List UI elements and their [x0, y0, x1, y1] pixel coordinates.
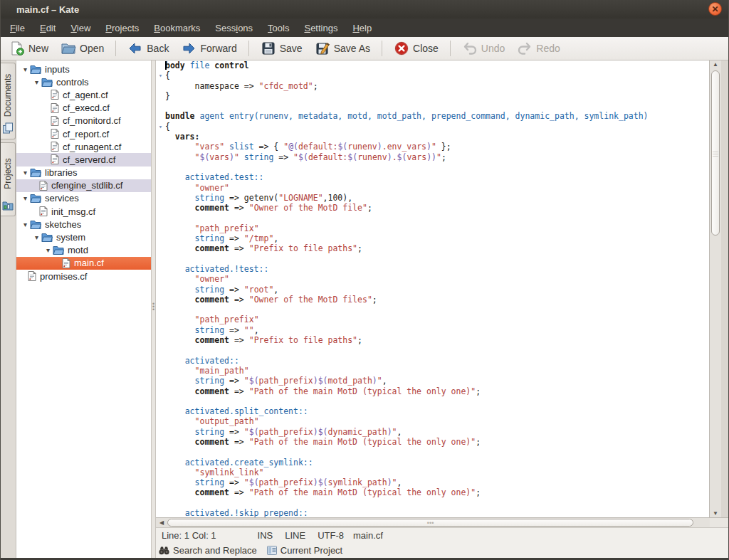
horizontal-scroll-thumb[interactable]: •••	[167, 519, 693, 527]
tree-item-main-cf[interactable]: main.cf	[16, 257, 151, 270]
tree-item-label: libraries	[45, 167, 78, 178]
expander-arrow-icon[interactable]: ▾	[32, 233, 41, 241]
gutter-cell	[156, 132, 165, 142]
scroll-down-arrow-icon[interactable]: ▼	[710, 510, 721, 517]
close-button[interactable]: Close	[391, 39, 441, 58]
tree-item-cf_report-cf[interactable]: cf_report.cf	[16, 127, 151, 140]
open-button[interactable]: Open	[58, 39, 107, 58]
expander-arrow-icon[interactable]: ▾	[21, 169, 30, 176]
file-icon	[51, 129, 59, 139]
scroll-grip-icon: ———	[713, 150, 718, 157]
panel-splitter[interactable]: •••	[151, 60, 156, 558]
tree-item-promises-cf[interactable]: promises.cf	[16, 270, 151, 282]
tree-item-cf_execd-cf[interactable]: cf_execd.cf	[16, 102, 151, 115]
file-icon	[39, 181, 48, 191]
gutter-cell	[156, 183, 165, 193]
gutter-cell	[156, 508, 165, 517]
file-icon	[51, 90, 59, 100]
code-line: activated.split_content::	[165, 406, 308, 416]
back-button[interactable]: Back	[125, 39, 172, 58]
current-project-button[interactable]: Current Project	[267, 545, 342, 556]
tree-item-services[interactable]: ▾services	[16, 192, 151, 205]
file-icon	[51, 142, 59, 152]
gutter-cell	[156, 193, 165, 203]
menu-help[interactable]: Help	[352, 23, 372, 33]
window-title: main.cf – Kate	[1, 4, 79, 15]
expander-arrow-icon[interactable]: ▾	[21, 65, 30, 73]
forward-button[interactable]: Forward	[178, 39, 239, 58]
tree-item-cfengine_stdlib-cf[interactable]: cfengine_stdlib.cf	[16, 179, 151, 192]
gutter-cell	[156, 416, 165, 426]
expander-arrow-icon[interactable]: ▾	[21, 194, 30, 202]
menu-bookmarks[interactable]: Bookmarks	[154, 23, 200, 33]
tree-item-controls[interactable]: ▾controls	[16, 75, 151, 88]
tree-item-libraries[interactable]: ▾libraries	[16, 167, 151, 179]
eol-mode-status[interactable]: LINE	[285, 530, 305, 541]
sidebar-tab-projects[interactable]: Projects	[1, 142, 16, 216]
tree-item-cf_monitord-cf[interactable]: cf_monitord.cf	[16, 115, 151, 127]
sidebar-tabstrip: DocumentsProjects	[1, 60, 16, 558]
toolbar-button-label: Forward	[200, 43, 236, 54]
tree-item-label: sketches	[45, 219, 81, 230]
tree-item-system[interactable]: ▾system	[16, 231, 151, 243]
title-bar: main.cf – Kate ✕	[1, 0, 728, 19]
scroll-left-arrow-icon[interactable]: ◀	[156, 518, 167, 527]
text-cursor	[165, 61, 167, 70]
save-as-button[interactable]: Save As	[312, 39, 373, 58]
new-button[interactable]: New	[6, 39, 51, 58]
sidebar-tab-documents[interactable]: Documents	[1, 63, 16, 139]
scroll-up-arrow-icon[interactable]: ▲	[710, 61, 721, 68]
insert-mode-status[interactable]: INS	[258, 530, 273, 541]
tree-item-motd[interactable]: ▾motd	[16, 244, 151, 257]
expander-arrow-icon[interactable]: ▾	[43, 246, 53, 254]
gutter-cell	[156, 213, 165, 223]
menu-view[interactable]: View	[70, 23, 90, 33]
expander-arrow-icon[interactable]: ▾	[32, 78, 41, 86]
file-icon	[39, 206, 48, 216]
kate-window: main.cf – Kate ✕ FileEditViewProjectsBoo…	[0, 0, 729, 560]
gutter-cell	[156, 345, 165, 355]
window-close-button[interactable]: ✕	[708, 2, 722, 16]
tree-item-inputs[interactable]: ▾inputs	[16, 63, 151, 75]
editor-column: body file control▾{ namespace => "cfdc_m…	[156, 60, 728, 558]
code-line: string => getenv("LOGNAME",100),	[165, 193, 352, 203]
redo-button: Redo	[514, 39, 562, 58]
gutter-cell	[156, 172, 165, 182]
gutter-cell	[156, 81, 165, 91]
menu-settings[interactable]: Settings	[304, 23, 337, 33]
search-and-replace-button[interactable]: Search and Replace	[159, 545, 257, 556]
save-icon	[261, 41, 276, 56]
horizontal-scrollbar[interactable]: ◀ •••	[156, 517, 728, 527]
expander-arrow-icon[interactable]: ▾	[21, 221, 30, 228]
save-button[interactable]: Save	[258, 39, 305, 58]
menu-tools[interactable]: Tools	[268, 23, 289, 33]
toolbar-button-label: Save	[280, 43, 303, 54]
menu-sessions[interactable]: Sessions	[215, 23, 253, 33]
vertical-scroll-thumb[interactable]: ———	[711, 70, 720, 236]
code-area[interactable]: body file control▾{ namespace => "cfdc_m…	[156, 60, 709, 517]
menu-file[interactable]: File	[10, 23, 25, 33]
toolview-button-label: Search and Replace	[173, 545, 257, 556]
binoculars-icon	[159, 546, 169, 555]
tree-item-cf_serverd-cf[interactable]: cf_serverd.cf	[16, 153, 151, 166]
close-document-icon	[394, 41, 409, 56]
gutter-cell	[156, 254, 165, 264]
toolbar-button-label: New	[28, 43, 48, 54]
bottom-toolview-bar: Search and ReplaceCurrent Project	[156, 543, 728, 558]
scrollbar-corner	[710, 518, 728, 527]
tree-item-init_msg-cf[interactable]: init_msg.cf	[16, 205, 151, 218]
fold-marker-icon[interactable]: ▾	[156, 122, 165, 132]
menu-edit[interactable]: Edit	[40, 23, 56, 33]
project-file-tree[interactable]: ▾inputs▾controlscf_agent.cfcf_execd.cfcf…	[16, 60, 151, 558]
fold-marker-icon[interactable]: ▾	[156, 70, 165, 80]
gutter-cell	[156, 295, 165, 305]
encoding-status[interactable]: UTF-8	[318, 530, 344, 541]
horizontal-scroll-track[interactable]: •••	[167, 518, 710, 527]
gutter-cell	[156, 60, 165, 70]
tree-item-cf_agent-cf[interactable]: cf_agent.cf	[16, 88, 151, 101]
tree-item-cf_runagent-cf[interactable]: cf_runagent.cf	[16, 140, 151, 153]
vertical-scrollbar[interactable]: ▲ ——— ▼	[709, 60, 721, 517]
tree-item-sketches[interactable]: ▾sketches	[16, 218, 151, 231]
menu-projects[interactable]: Projects	[105, 23, 139, 33]
gutter-cell	[156, 335, 165, 345]
